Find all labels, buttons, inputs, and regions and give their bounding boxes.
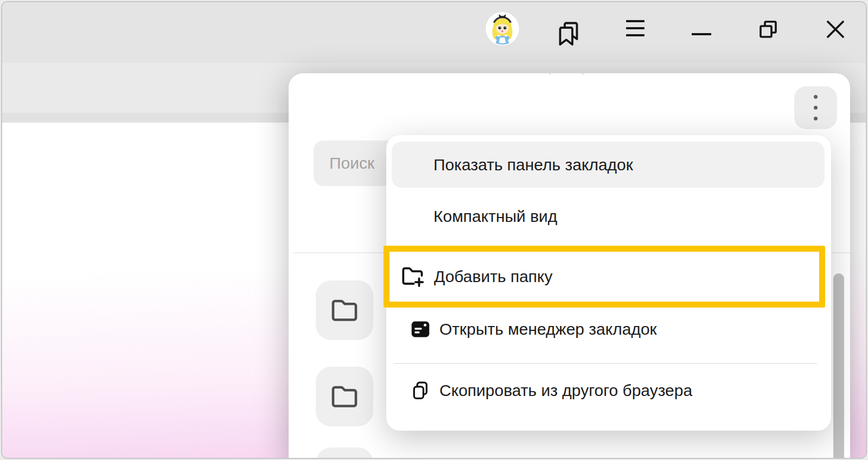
panel-arrow xyxy=(548,73,584,92)
restore-glyph xyxy=(758,19,778,40)
browser-toolbar xyxy=(2,2,866,63)
minimize-icon[interactable] xyxy=(690,31,713,37)
bookmarks-glyph xyxy=(556,20,581,47)
menu-item-label: Скопировать из другого браузера xyxy=(439,381,692,400)
menu-item-label: Добавить папку xyxy=(434,267,553,286)
bookmarks-icon[interactable] xyxy=(554,18,583,49)
bookmark-folder-item[interactable] xyxy=(316,367,373,426)
menu-item-open-bookmarks-manager[interactable]: Открыть менеджер закладок xyxy=(392,306,825,352)
screenshot-root: Закладки Поиск xyxy=(0,0,868,460)
folder-icon xyxy=(330,384,359,409)
avatar-girl-illustration xyxy=(486,12,519,46)
close-icon[interactable] xyxy=(824,17,847,41)
close-glyph xyxy=(825,18,846,40)
profile-avatar[interactable] xyxy=(486,12,519,46)
scrollbar-thumb[interactable] xyxy=(833,273,844,459)
restore-window-icon[interactable] xyxy=(757,18,779,40)
menu-item-label: Показать панель закладок xyxy=(433,156,633,174)
folder-plus-icon xyxy=(401,266,425,288)
bookmark-folder-item[interactable] xyxy=(316,280,373,340)
menu-item-add-folder[interactable]: Добавить папку xyxy=(390,252,819,302)
kebab-menu-button[interactable] xyxy=(794,86,837,129)
bookmark-folder-item[interactable] xyxy=(316,448,373,459)
folder-icon xyxy=(330,298,359,323)
search-placeholder: Поиск xyxy=(329,154,374,173)
annotation-highlight-box: Добавить папку xyxy=(384,246,825,308)
browser-window: Закладки Поиск xyxy=(1,1,867,459)
menu-divider xyxy=(394,363,817,364)
kebab-menu-icon xyxy=(814,95,818,99)
menu-item-label: Компактный вид xyxy=(433,207,557,226)
bookmark-manager-icon xyxy=(410,319,431,340)
menu-item-show-bookmarks-bar[interactable]: Показать панель закладок xyxy=(392,142,825,188)
hamburger-menu-icon[interactable] xyxy=(624,20,646,36)
copy-icon xyxy=(410,380,431,401)
menu-item-compact-view[interactable]: Компактный вид xyxy=(392,195,825,238)
menu-item-label: Открыть менеджер закладок xyxy=(439,320,657,338)
bookmarks-options-menu: Показать панель закладок Компактный вид … xyxy=(386,135,831,431)
menu-item-copy-from-other-browser[interactable]: Скопировать из другого браузера xyxy=(392,367,825,413)
